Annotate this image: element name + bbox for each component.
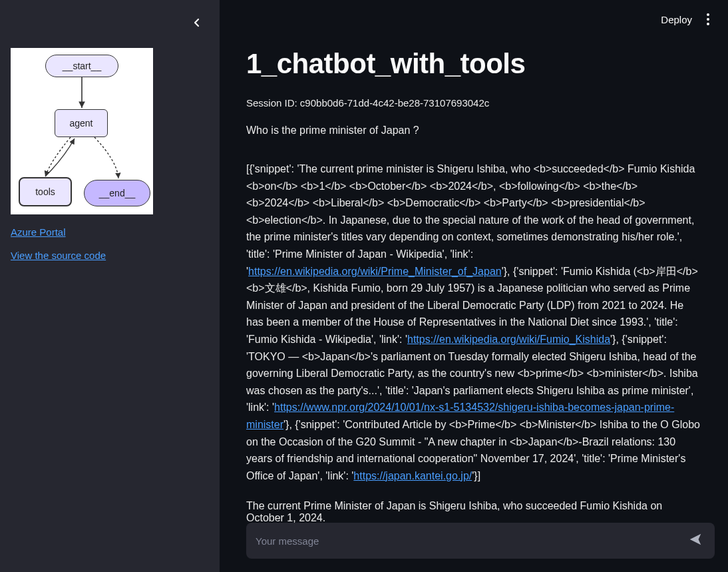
view-source-link[interactable]: View the source code	[11, 250, 209, 261]
graph-node-end: __end__	[84, 180, 150, 206]
assistant-final-message: The current Prime Minister of Japan is S…	[246, 500, 701, 523]
tool-output: [{'snippet': 'The current prime minister…	[246, 160, 701, 484]
session-id-label: Session ID: c90bb0d6-71dd-4c42-be28-7310…	[246, 97, 701, 109]
azure-portal-link[interactable]: Azure Portal	[11, 226, 209, 238]
chevron-left-icon	[192, 17, 202, 28]
chat-input[interactable]	[256, 535, 685, 547]
send-button[interactable]	[685, 529, 705, 552]
result-link-2[interactable]: https://en.wikipedia.org/wiki/Fumio_Kish…	[407, 334, 610, 345]
result-link-1[interactable]: https://en.wikipedia.org/wiki/Prime_Mini…	[248, 266, 502, 277]
page-title: 1_chatbot_with_tools	[246, 48, 701, 80]
kebab-dot-icon	[707, 18, 709, 21]
kebab-dot-icon	[707, 13, 709, 16]
chat-input-row	[246, 523, 715, 559]
sidebar-links: Azure Portal View the source code	[11, 226, 209, 261]
chat-input-container	[220, 523, 728, 572]
user-message: Who is the prime minister of Japan ?	[246, 125, 701, 137]
sidebar: __start__ agent tools __end__ Azure Port…	[0, 0, 220, 572]
tool-text: [{'snippet': 'The current prime minister…	[246, 163, 695, 277]
graph-diagram: __start__ agent tools __end__	[11, 48, 153, 214]
graph-node-start: __start__	[45, 55, 118, 77]
content-scroll[interactable]: 1_chatbot_with_tools Session ID: c90bb0d…	[220, 28, 728, 523]
topbar: Deploy	[220, 0, 728, 28]
result-link-4[interactable]: https://japan.kantei.go.jp/	[353, 470, 472, 481]
tool-text: '}]	[472, 470, 480, 481]
graph-node-tools: tools	[19, 177, 72, 206]
main-area: Deploy 1_chatbot_with_tools Session ID: …	[220, 0, 728, 572]
graph-node-agent: agent	[55, 109, 108, 137]
deploy-button[interactable]: Deploy	[661, 14, 692, 25]
collapse-sidebar-button[interactable]	[188, 13, 206, 32]
send-icon	[688, 532, 703, 547]
kebab-dot-icon	[707, 23, 709, 25]
main-menu-button[interactable]	[704, 11, 712, 28]
